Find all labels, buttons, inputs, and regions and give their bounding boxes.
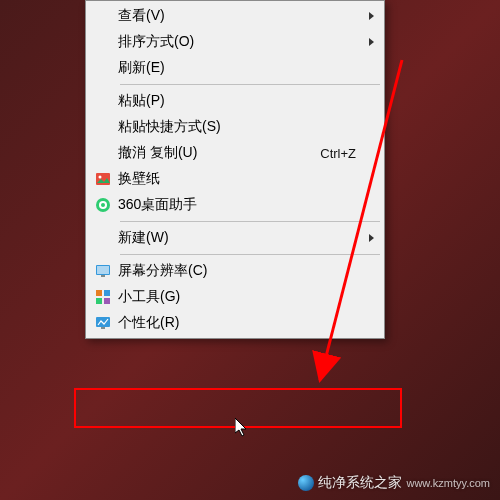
menu-item-personalize[interactable]: 个性化(R): [88, 310, 382, 336]
menu-item-undo[interactable]: 撤消 复制(U) Ctrl+Z: [88, 140, 382, 166]
menu-separator: [120, 84, 380, 85]
assistant-icon: [88, 197, 118, 213]
menu-item-resolution[interactable]: 屏幕分辨率(C): [88, 258, 382, 284]
svg-rect-13: [101, 327, 105, 329]
menu-label: 个性化(R): [118, 314, 374, 332]
chevron-right-icon: [369, 38, 374, 46]
menu-item-refresh[interactable]: 刷新(E): [88, 55, 382, 81]
desktop-context-menu: 查看(V) 排序方式(O) 刷新(E) 粘贴(P) 粘贴快捷方式(S) 撤消 复…: [85, 0, 385, 339]
menu-item-gadgets[interactable]: 小工具(G): [88, 284, 382, 310]
menu-item-paste[interactable]: 粘贴(P): [88, 88, 382, 114]
svg-rect-10: [96, 298, 102, 304]
svg-rect-11: [104, 298, 110, 304]
menu-separator: [120, 254, 380, 255]
menu-item-360assistant[interactable]: 360桌面助手: [88, 192, 382, 218]
annotation-highlight-box: [74, 388, 402, 428]
menu-label: 排序方式(O): [118, 33, 374, 51]
menu-label: 换壁纸: [118, 170, 374, 188]
menu-label: 粘贴快捷方式(S): [118, 118, 374, 136]
menu-item-wallpaper[interactable]: 换壁纸: [88, 166, 382, 192]
svg-rect-7: [101, 275, 105, 277]
menu-item-new[interactable]: 新建(W): [88, 225, 382, 251]
resolution-icon: [88, 263, 118, 279]
menu-label: 撤消 复制(U): [118, 144, 320, 162]
menu-label: 小工具(G): [118, 288, 374, 306]
chevron-right-icon: [369, 12, 374, 20]
gadgets-icon: [88, 289, 118, 305]
svg-rect-12: [96, 317, 110, 327]
menu-label: 查看(V): [118, 7, 374, 25]
watermark-logo-icon: [298, 475, 314, 491]
svg-point-1: [99, 176, 102, 179]
svg-rect-6: [97, 266, 109, 274]
wallpaper-icon: [88, 171, 118, 187]
menu-shortcut: Ctrl+Z: [320, 146, 374, 161]
menu-item-sort[interactable]: 排序方式(O): [88, 29, 382, 55]
svg-point-4: [101, 203, 105, 207]
svg-rect-8: [96, 290, 102, 296]
menu-label: 屏幕分辨率(C): [118, 262, 374, 280]
desktop-background: 查看(V) 排序方式(O) 刷新(E) 粘贴(P) 粘贴快捷方式(S) 撤消 复…: [0, 0, 500, 500]
menu-label: 360桌面助手: [118, 196, 374, 214]
watermark: 纯净系统之家 www.kzmtyy.com: [298, 474, 490, 492]
chevron-right-icon: [369, 234, 374, 242]
personalize-icon: [88, 315, 118, 331]
menu-label: 刷新(E): [118, 59, 374, 77]
menu-label: 新建(W): [118, 229, 374, 247]
menu-separator: [120, 221, 380, 222]
svg-rect-0: [96, 173, 110, 185]
menu-item-paste-shortcut[interactable]: 粘贴快捷方式(S): [88, 114, 382, 140]
watermark-url: www.kzmtyy.com: [406, 477, 490, 489]
mouse-cursor-icon: [235, 418, 249, 438]
svg-rect-9: [104, 290, 110, 296]
watermark-text: 纯净系统之家: [318, 474, 402, 492]
menu-label: 粘贴(P): [118, 92, 374, 110]
menu-item-view[interactable]: 查看(V): [88, 3, 382, 29]
